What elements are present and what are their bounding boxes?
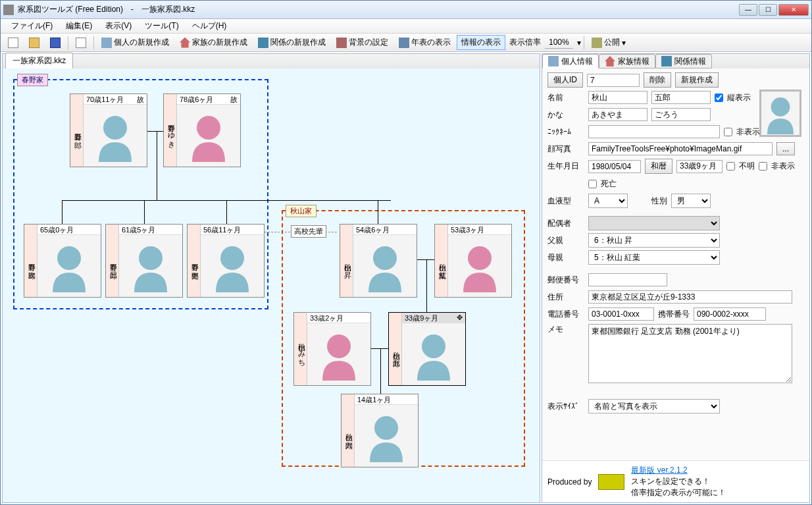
sex-label: 性別 (651, 196, 667, 207)
bday-hide-checkbox[interactable] (759, 162, 767, 171)
blood-select[interactable]: A (588, 194, 628, 208)
house-icon (605, 56, 615, 66)
kana-given-field[interactable] (651, 108, 711, 121)
minimize-button[interactable]: — (739, 4, 757, 16)
copy-button[interactable] (71, 36, 91, 50)
memo-field[interactable]: 東都国際銀行 足立支店 勤務 (2001年より) (588, 324, 792, 383)
app-icon (3, 5, 14, 15)
svg-point-3 (139, 246, 163, 270)
spouse-label: 配偶者 (547, 218, 584, 229)
menu-tool[interactable]: ツール(T) (138, 19, 185, 33)
id-button[interactable]: 個人ID (547, 72, 583, 88)
father-select[interactable]: 6：秋山 昇 (588, 233, 720, 248)
create-button[interactable]: 新規作成 (675, 72, 719, 88)
sex-select[interactable]: 男 (671, 194, 711, 208)
zoom-dropdown-icon[interactable]: ▾ (577, 38, 581, 47)
relation-icon (661, 56, 672, 66)
menu-file[interactable]: ファイル(F) (5, 19, 59, 33)
kana-label: かな (547, 109, 584, 120)
svg-point-2 (57, 246, 81, 270)
unknown-checkbox[interactable] (726, 162, 735, 171)
id-field[interactable] (587, 74, 640, 87)
svg-point-1 (197, 116, 220, 140)
document-tab[interactable]: 一族家系図.kkz (5, 53, 73, 68)
svg-point-6 (468, 246, 492, 270)
open-file-button[interactable] (24, 36, 44, 50)
vertical-checkbox[interactable] (715, 93, 723, 102)
svg-point-8 (422, 334, 445, 358)
move-handle-icon[interactable]: ✥ (457, 313, 463, 322)
size-label: 表示ｻｲｽﾞ (547, 401, 584, 412)
person-icon (548, 56, 559, 66)
footer: Produced by 最新版 ver.2.1.2 スキンを設定できる！ 倍率指… (542, 460, 809, 502)
new-relation-button[interactable]: 関係の新規作成 (253, 35, 330, 50)
tab-relation-info[interactable]: 関係情報 (655, 54, 712, 68)
display-size-select[interactable]: 名前と写真を表示 (588, 399, 720, 413)
bg-setting-button[interactable]: 背景の設定 (332, 35, 393, 50)
nick-hide-checkbox[interactable] (724, 128, 732, 136)
new-file-button[interactable] (3, 36, 23, 50)
zoom-value[interactable]: 100% (545, 36, 573, 49)
person-card[interactable]: 春野 ゆき 78歳6ヶ月故 (163, 93, 241, 167)
addr-field[interactable] (588, 290, 792, 304)
delete-button[interactable]: 削除 (644, 72, 671, 88)
addr-label: 住所 (547, 292, 584, 303)
person-card[interactable]: 秋山 みち 33歳2ヶ月 (293, 312, 371, 386)
svg-point-5 (373, 246, 397, 270)
tab-person-info[interactable]: 個人情報 (542, 54, 599, 68)
person-card[interactable]: 春野 一郎 70歳11ヶ月故 (70, 93, 147, 167)
menubar: ファイル(F) 編集(E) 表示(V) ツール(T) ヘルプ(H) (1, 19, 811, 34)
menu-edit[interactable]: 編集(E) (59, 19, 99, 33)
person-card[interactable]: 秋山 昇 54歳6ヶ月 (340, 224, 417, 298)
kana-surname-field[interactable] (588, 108, 647, 121)
given-field[interactable] (651, 91, 711, 104)
photo-path-field[interactable] (588, 142, 773, 155)
svg-point-4 (220, 246, 244, 270)
save-file-button[interactable] (45, 36, 65, 50)
blood-label: 血液型 (547, 196, 584, 207)
death-checkbox[interactable] (588, 180, 597, 188)
person-card-selected[interactable]: 秋山 五郎 33歳9ヶ月✥ (388, 312, 466, 386)
tel-field[interactable] (588, 307, 654, 321)
window-title: 家系図ツールズ (Free Edition) - 一族家系図.kkz (18, 4, 739, 15)
relation-label-hs[interactable]: 高校先輩 (291, 225, 326, 238)
close-button[interactable]: ✕ (778, 4, 809, 16)
toolbar: 個人の新規作成 家族の新規作成 関係の新規作成 背景の設定 年表の表示 情報の表… (1, 34, 811, 52)
menu-help[interactable]: ヘルプ(H) (186, 19, 234, 33)
info-button[interactable]: 情報の表示 (457, 35, 505, 50)
browse-button[interactable]: ... (776, 142, 795, 155)
maximize-button[interactable]: ☐ (759, 4, 777, 16)
svg-point-9 (374, 416, 398, 440)
left-panel: 一族家系図.kkz 春野家 秋山家 (2, 53, 540, 503)
nick-label: ﾆｯｸﾈｰﾑ (547, 127, 584, 136)
wareki-button[interactable]: 和暦 (645, 159, 672, 174)
zip-field[interactable] (588, 273, 667, 286)
mother-label: 母親 (547, 252, 584, 263)
bday-field[interactable] (588, 160, 641, 173)
tree-canvas[interactable]: 春野家 秋山家 (3, 68, 540, 502)
timeline-button[interactable]: 年表の表示 (394, 35, 455, 50)
spouse-select[interactable] (588, 216, 720, 230)
mother-select[interactable]: 5：秋山 紅葉 (588, 250, 720, 265)
version-link[interactable]: 最新版 ver.2.1.2 (631, 465, 687, 475)
new-family-button[interactable]: 家族の新規作成 (175, 35, 252, 50)
zip-label: 郵便番号 (547, 275, 584, 286)
publish-button[interactable]: 公開▾ (587, 35, 630, 50)
person-card[interactable]: 春野 次郎 65歳0ヶ月 (24, 224, 101, 298)
menu-view[interactable]: 表示(V) (99, 19, 138, 33)
person-card[interactable]: 秋山 六郎 14歳1ヶ月 (341, 394, 419, 467)
surname-field[interactable] (588, 91, 647, 104)
tab-family-info[interactable]: 家族情報 (599, 54, 655, 68)
memo-label: メモ (547, 324, 584, 335)
nick-field[interactable] (588, 125, 720, 138)
person-card[interactable]: 春野 史郎 56歳11ヶ月 (187, 224, 265, 298)
family-label-haruno: 春野家 (17, 74, 48, 86)
person-card[interactable]: 秋山 紅葉 53歳3ヶ月 (434, 224, 512, 298)
tel-label: 電話番号 (547, 309, 584, 320)
person-card[interactable]: 春野 三郎 61歳5ヶ月 (105, 224, 183, 298)
svg-point-0 (103, 116, 127, 140)
new-person-button[interactable]: 個人の新規作成 (97, 35, 174, 50)
photo-preview (759, 90, 801, 137)
mobile-field[interactable] (694, 307, 766, 321)
family-label-akiyama: 秋山家 (286, 205, 317, 217)
